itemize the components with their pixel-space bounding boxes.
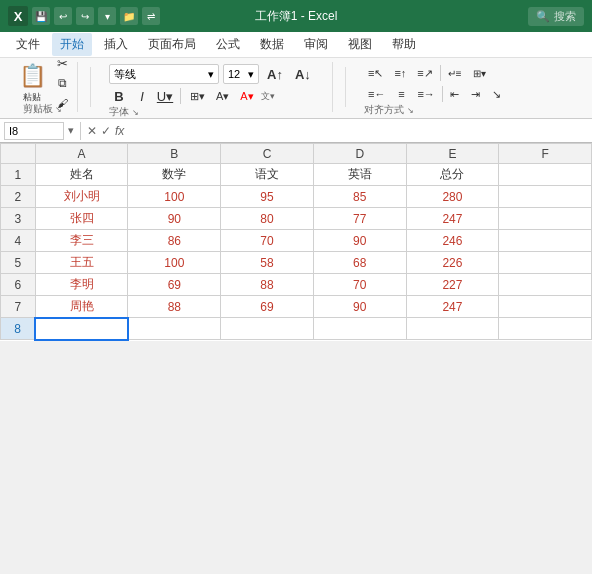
cell-r7c5[interactable]: 247 bbox=[406, 296, 499, 318]
save-icon[interactable]: 💾 bbox=[32, 7, 50, 25]
cell-r7c2[interactable]: 88 bbox=[128, 296, 221, 318]
cell-r4c3[interactable]: 70 bbox=[221, 230, 314, 252]
italic-button[interactable]: I bbox=[132, 87, 152, 105]
cell-reference-box[interactable]: I8 bbox=[4, 122, 64, 140]
row-number-6[interactable]: 6 bbox=[1, 274, 36, 296]
align-right-button[interactable]: ≡→ bbox=[413, 85, 438, 103]
fill-color-button[interactable]: A▾ bbox=[212, 87, 233, 105]
align-left-button[interactable]: ≡← bbox=[364, 85, 389, 103]
cell-r6c4[interactable]: 70 bbox=[313, 274, 406, 296]
cell-r3c5[interactable]: 247 bbox=[406, 208, 499, 230]
indent-decrease-button[interactable]: ⇤ bbox=[446, 85, 464, 103]
font-selector[interactable]: 等线 ▾ bbox=[109, 64, 219, 84]
cell-r4c5[interactable]: 246 bbox=[406, 230, 499, 252]
cell-r6c3[interactable]: 88 bbox=[221, 274, 314, 296]
cancel-formula-icon[interactable]: ✕ bbox=[87, 124, 97, 138]
cell-r8c2[interactable] bbox=[128, 318, 221, 340]
autosave-icon[interactable]: ⇌ bbox=[142, 7, 160, 25]
menu-data[interactable]: 数据 bbox=[252, 33, 292, 56]
cell-r1c6[interactable] bbox=[499, 164, 592, 186]
underline-button[interactable]: U▾ bbox=[155, 87, 175, 105]
paste-button[interactable]: 📋 粘贴 bbox=[13, 62, 51, 104]
row-number-8[interactable]: 8 bbox=[1, 318, 36, 340]
cell-r1c4[interactable]: 英语 bbox=[313, 164, 406, 186]
merge-button[interactable]: ⊞▾ bbox=[469, 64, 490, 82]
row-number-2[interactable]: 2 bbox=[1, 186, 36, 208]
cell-r3c2[interactable]: 90 bbox=[128, 208, 221, 230]
cell-r4c2[interactable]: 86 bbox=[128, 230, 221, 252]
cell-r1c2[interactable]: 数学 bbox=[128, 164, 221, 186]
open-icon[interactable]: 📁 bbox=[120, 7, 138, 25]
redo-icon[interactable]: ↪ bbox=[76, 7, 94, 25]
font-wraptext[interactable]: 文▾ bbox=[261, 90, 275, 103]
cell-r3c6[interactable] bbox=[499, 208, 592, 230]
wrap-text-button[interactable]: ↵≡ bbox=[444, 64, 466, 82]
cell-r4c6[interactable] bbox=[499, 230, 592, 252]
cell-r3c1[interactable]: 张四 bbox=[35, 208, 128, 230]
row-number-7[interactable]: 7 bbox=[1, 296, 36, 318]
menu-file[interactable]: 文件 bbox=[8, 33, 48, 56]
menu-home[interactable]: 开始 bbox=[52, 33, 92, 56]
cell-r2c6[interactable] bbox=[499, 186, 592, 208]
row-number-4[interactable]: 4 bbox=[1, 230, 36, 252]
cell-r8c6[interactable] bbox=[499, 318, 592, 340]
menu-help[interactable]: 帮助 bbox=[384, 33, 424, 56]
col-header-a[interactable]: A bbox=[35, 144, 128, 164]
cell-r7c4[interactable]: 90 bbox=[313, 296, 406, 318]
cell-r8c1[interactable] bbox=[35, 318, 128, 340]
cell-r1c5[interactable]: 总分 bbox=[406, 164, 499, 186]
search-box[interactable]: 🔍 搜索 bbox=[528, 7, 584, 26]
align-top-right-button[interactable]: ≡↗ bbox=[413, 64, 436, 82]
row-number-5[interactable]: 5 bbox=[1, 252, 36, 274]
copy-button[interactable]: ⧉ bbox=[53, 74, 72, 92]
menu-page-layout[interactable]: 页面布局 bbox=[140, 33, 204, 56]
cell-r5c2[interactable]: 100 bbox=[128, 252, 221, 274]
align-top-center-button[interactable]: ≡↑ bbox=[390, 64, 410, 82]
cut-button[interactable]: ✂ bbox=[53, 54, 72, 72]
cell-r7c3[interactable]: 69 bbox=[221, 296, 314, 318]
font-decrease-button[interactable]: A↓ bbox=[291, 65, 315, 83]
font-size-selector[interactable]: 12 ▾ bbox=[223, 64, 259, 84]
menu-formula[interactable]: 公式 bbox=[208, 33, 248, 56]
cell-r5c4[interactable]: 68 bbox=[313, 252, 406, 274]
row-number-1[interactable]: 1 bbox=[1, 164, 36, 186]
cell-r5c6[interactable] bbox=[499, 252, 592, 274]
col-header-c[interactable]: C bbox=[221, 144, 314, 164]
cell-r8c3[interactable] bbox=[221, 318, 314, 340]
cell-r6c5[interactable]: 227 bbox=[406, 274, 499, 296]
insert-function-icon[interactable]: fx bbox=[115, 124, 124, 138]
cell-r2c3[interactable]: 95 bbox=[221, 186, 314, 208]
cell-r6c1[interactable]: 李明 bbox=[35, 274, 128, 296]
cell-r7c1[interactable]: 周艳 bbox=[35, 296, 128, 318]
align-top-left-button[interactable]: ≡↖ bbox=[364, 64, 387, 82]
undo-icon[interactable]: ↩ bbox=[54, 7, 72, 25]
cell-r4c1[interactable]: 李三 bbox=[35, 230, 128, 252]
align-center-button[interactable]: ≡ bbox=[392, 85, 410, 103]
font-color-button[interactable]: A▾ bbox=[236, 87, 257, 105]
indent-increase-button[interactable]: ⇥ bbox=[467, 85, 485, 103]
cell-r5c5[interactable]: 226 bbox=[406, 252, 499, 274]
menu-insert[interactable]: 插入 bbox=[96, 33, 136, 56]
confirm-formula-icon[interactable]: ✓ bbox=[101, 124, 111, 138]
cell-r1c3[interactable]: 语文 bbox=[221, 164, 314, 186]
menu-view[interactable]: 视图 bbox=[340, 33, 380, 56]
cell-r4c4[interactable]: 90 bbox=[313, 230, 406, 252]
col-header-e[interactable]: E bbox=[406, 144, 499, 164]
row-number-3[interactable]: 3 bbox=[1, 208, 36, 230]
cell-r7c6[interactable] bbox=[499, 296, 592, 318]
cell-r2c4[interactable]: 85 bbox=[313, 186, 406, 208]
more-icon[interactable]: ▾ bbox=[98, 7, 116, 25]
border-button[interactable]: ⊞▾ bbox=[186, 87, 209, 105]
formula-input[interactable] bbox=[128, 122, 588, 140]
cell-r5c3[interactable]: 58 bbox=[221, 252, 314, 274]
cell-r8c5[interactable] bbox=[406, 318, 499, 340]
col-header-d[interactable]: D bbox=[313, 144, 406, 164]
cell-r6c6[interactable] bbox=[499, 274, 592, 296]
cell-r3c4[interactable]: 77 bbox=[313, 208, 406, 230]
col-header-f[interactable]: F bbox=[499, 144, 592, 164]
cell-r2c1[interactable]: 刘小明 bbox=[35, 186, 128, 208]
font-increase-button[interactable]: A↑ bbox=[263, 65, 287, 83]
bold-button[interactable]: B bbox=[109, 87, 129, 105]
cell-r3c3[interactable]: 80 bbox=[221, 208, 314, 230]
expand-icon[interactable]: ▾ bbox=[68, 124, 74, 137]
